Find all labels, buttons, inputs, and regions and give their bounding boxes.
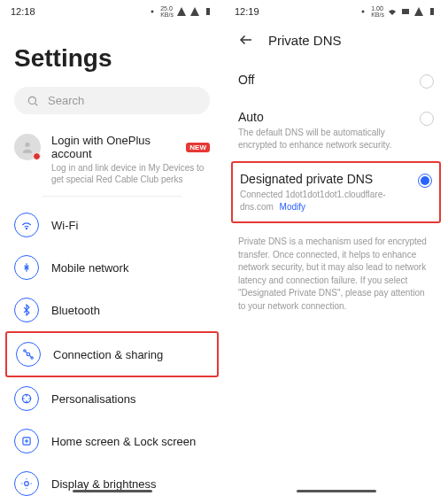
login-title: Login with OnePlus account [51, 134, 181, 160]
svg-rect-14 [23, 438, 30, 445]
svg-point-5 [26, 229, 27, 229]
menu-label: Display & brightness [51, 477, 157, 491]
radio-designated[interactable] [418, 174, 432, 188]
status-time: 12:18 [11, 6, 35, 17]
login-row[interactable]: Login with OnePlus account NEW Log in an… [0, 128, 224, 196]
svg-rect-23 [430, 8, 434, 15]
mobile-network-icon [14, 255, 39, 280]
radio-auto[interactable] [420, 112, 434, 126]
back-arrow-icon[interactable] [238, 32, 254, 48]
login-subtitle: Log in and link device in My Devices to … [51, 162, 210, 185]
menu-label: Mobile network [51, 261, 128, 275]
avatar [14, 134, 41, 160]
menu-label: Wi-Fi [51, 219, 78, 232]
svg-point-15 [26, 440, 27, 442]
nav-indicator [73, 490, 152, 492]
home-screen-icon [14, 429, 39, 453]
svg-rect-1 [206, 8, 210, 15]
status-bar: 12:18 25.0KB/s [0, 0, 224, 23]
menu-label: Personalisations [51, 392, 135, 406]
svg-line-11 [26, 352, 27, 353]
svg-rect-22 [402, 9, 409, 14]
option-sub: Connected 1dot1dot1dot1.cloudflare-dns.c… [240, 189, 407, 213]
svg-line-3 [35, 103, 37, 105]
bluetooth-icon [14, 298, 39, 322]
wifi-icon [14, 213, 39, 237]
menu-label: Bluetooth [51, 304, 100, 317]
page-title: Settings [0, 23, 224, 87]
private-dns-screen: 12:19 1.00KB/s Private DNS Off Auto The … [224, 0, 448, 496]
brightness-icon [14, 471, 39, 496]
notification-dot-icon [33, 152, 41, 160]
menu-label: Connection & sharing [53, 348, 163, 361]
status-time: 12:19 [235, 6, 259, 17]
radio-off[interactable] [420, 74, 434, 89]
svg-point-9 [24, 350, 26, 352]
connection-sharing-icon [16, 342, 41, 367]
search-icon [27, 95, 39, 107]
svg-point-21 [362, 11, 365, 13]
highlight-designated-dns: Designated private DNS Connected 1dot1do… [231, 161, 441, 223]
menu-item-personalisations[interactable]: Personalisations [0, 377, 224, 420]
option-designated-dns[interactable]: Designated private DNS Connected 1dot1do… [233, 163, 439, 221]
status-icons: 1.00KB/s [358, 5, 437, 18]
menu-label: Home screen & Lock screen [51, 435, 196, 448]
search-input[interactable]: Search [14, 87, 210, 114]
option-label: Designated private DNS [240, 172, 407, 186]
menu-item-mobile-network[interactable]: Mobile network [0, 246, 224, 289]
option-auto[interactable]: Auto The default DNS will be automatical… [224, 99, 448, 161]
nav-indicator [297, 490, 376, 492]
menu-item-bluetooth[interactable]: Bluetooth [0, 289, 224, 331]
menu-item-wifi[interactable]: Wi-Fi [0, 204, 224, 246]
header-row: Private DNS [224, 23, 448, 62]
new-badge: NEW [186, 143, 210, 152]
svg-point-2 [28, 97, 35, 104]
menu-item-connection-sharing[interactable]: Connection & sharing [7, 333, 217, 376]
search-placeholder: Search [48, 94, 84, 107]
option-label: Off [238, 73, 409, 87]
svg-point-4 [25, 143, 29, 147]
svg-point-10 [31, 357, 33, 359]
header-title: Private DNS [268, 33, 342, 48]
modify-link[interactable]: Modify [280, 202, 305, 212]
highlight-connection-sharing: Connection & sharing [5, 331, 219, 377]
status-bar: 12:19 1.00KB/s [224, 0, 448, 23]
option-off[interactable]: Off [224, 62, 448, 99]
option-label: Auto [238, 110, 409, 124]
divider [42, 196, 182, 197]
settings-screen: 12:18 25.0KB/s Settings Search Login wit… [0, 0, 224, 496]
svg-line-12 [29, 355, 31, 357]
svg-point-0 [151, 11, 154, 13]
helper-text: Private DNS is a mechanism used for encr… [224, 223, 448, 325]
personalisations-icon [14, 386, 39, 411]
menu-item-home-lock-screen[interactable]: Home screen & Lock screen [0, 420, 224, 462]
svg-point-16 [25, 482, 29, 486]
option-sub: The default DNS will be automatically en… [238, 127, 409, 151]
status-icons: 25.0KB/s [147, 5, 213, 18]
